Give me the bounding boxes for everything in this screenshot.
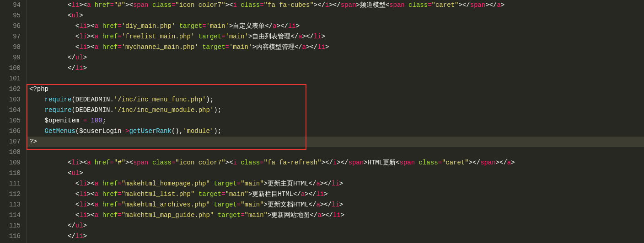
code-line[interactable]: <li><a href="makehtml_homepage.php" targ… bbox=[27, 179, 644, 189]
code-line[interactable]: <li><a href='freelist_main.php' target='… bbox=[27, 32, 644, 42]
line-number: 101 bbox=[0, 74, 21, 84]
code-line[interactable]: <li><a href='mychannel_main.php' target=… bbox=[27, 42, 644, 53]
line-number-gutter: 9495969798991001011021031041051061071081… bbox=[0, 0, 27, 243]
code-line[interactable]: <li><a href="makehtml_list.php" target="… bbox=[27, 189, 644, 200]
code-line[interactable]: $openitem = 100; bbox=[27, 116, 644, 126]
line-number: 97 bbox=[0, 32, 21, 42]
code-line[interactable]: <li><a href='diy_main.php' target='main'… bbox=[27, 21, 644, 32]
code-editor[interactable]: 9495969798991001011021031041051061071081… bbox=[0, 0, 644, 243]
code-line[interactable]: require(DEDEADMIN.'/inc/inc_menu_func.ph… bbox=[27, 95, 644, 105]
code-line[interactable]: <li><a href="makehtml_map_guide.php" tar… bbox=[27, 210, 644, 221]
code-line[interactable]: <li><a href="#"><span class="icon color7… bbox=[27, 158, 644, 168]
code-line[interactable]: GetMenus($cuserLogin->getUserRank(),'mod… bbox=[27, 126, 644, 137]
code-line[interactable]: <li><a href="makehtml_archives.php" targ… bbox=[27, 200, 644, 210]
line-number: 113 bbox=[0, 200, 21, 210]
line-number: 111 bbox=[0, 179, 21, 189]
line-number: 107 bbox=[0, 137, 21, 147]
line-number: 112 bbox=[0, 189, 21, 200]
code-line[interactable]: </li> bbox=[27, 231, 644, 242]
code-line[interactable]: ?> bbox=[27, 137, 644, 147]
line-number: 102 bbox=[0, 84, 21, 95]
code-line[interactable]: </ul> bbox=[27, 53, 644, 63]
line-number: 116 bbox=[0, 231, 21, 242]
code-line[interactable]: <ul> bbox=[27, 11, 644, 21]
line-number: 106 bbox=[0, 126, 21, 137]
line-number: 109 bbox=[0, 158, 21, 168]
code-line[interactable]: <?php bbox=[27, 84, 644, 95]
line-number: 108 bbox=[0, 147, 21, 158]
line-number: 105 bbox=[0, 116, 21, 126]
line-number: 104 bbox=[0, 105, 21, 116]
code-line[interactable]: </li> bbox=[27, 63, 644, 74]
line-number: 95 bbox=[0, 11, 21, 21]
line-number: 96 bbox=[0, 21, 21, 32]
code-line[interactable]: <ul> bbox=[27, 168, 644, 179]
code-line[interactable] bbox=[27, 74, 644, 84]
line-number: 94 bbox=[0, 0, 21, 11]
line-number: 98 bbox=[0, 42, 21, 53]
code-line[interactable] bbox=[27, 147, 644, 158]
line-number: 103 bbox=[0, 95, 21, 105]
line-number: 99 bbox=[0, 53, 21, 63]
code-line[interactable]: </ul> bbox=[27, 221, 644, 231]
code-line[interactable]: <li><a href="#"><span class="icon color7… bbox=[27, 0, 644, 11]
line-number: 114 bbox=[0, 210, 21, 221]
code-area[interactable]: <li><a href="#"><span class="icon color7… bbox=[27, 0, 644, 243]
code-line[interactable]: require(DEDEADMIN.'/inc/inc_menu_module.… bbox=[27, 105, 644, 116]
line-number: 115 bbox=[0, 221, 21, 231]
line-number: 100 bbox=[0, 63, 21, 74]
line-number: 110 bbox=[0, 168, 21, 179]
